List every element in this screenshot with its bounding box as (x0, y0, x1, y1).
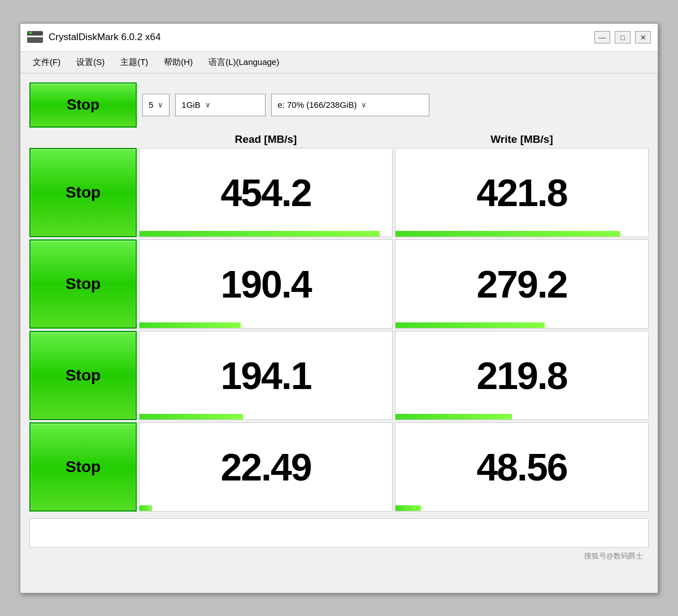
drive-dropdown[interactable]: e: 70% (166/238GiB) ∨ (271, 94, 429, 116)
bench-row-4: Stop 22.49 48.56 (29, 422, 649, 512)
write-bar-1 (395, 231, 620, 237)
write-value-2: 279.2 (476, 262, 567, 306)
app-window: CrystalDiskMark 6.0.2 x64 — □ ✕ 文件(F) 设置… (20, 23, 658, 593)
benchmark-rows: Stop 454.2 421.8 Stop (29, 148, 649, 512)
write-cell-4: 48.56 (395, 422, 649, 512)
maximize-button[interactable]: □ (615, 31, 631, 43)
read-bar-3 (140, 414, 243, 420)
runs-value: 5 (149, 100, 153, 110)
col-header-empty (29, 133, 137, 146)
read-bar-1 (140, 231, 380, 237)
menu-bar: 文件(F) 设置(S) 主题(T) 帮助(H) 语言(L)(Language) (20, 52, 658, 73)
bench-row-1: Stop 454.2 421.8 (29, 148, 649, 237)
read-cell-3: 194.1 (139, 331, 393, 420)
runs-dropdown[interactable]: 5 ∨ (142, 94, 169, 116)
bench-row-3: Stop 194.1 219.8 (29, 331, 649, 420)
drive-arrow: ∨ (361, 101, 367, 109)
window-controls: — □ ✕ (594, 31, 651, 43)
menu-language[interactable]: 语言(L)(Language) (201, 54, 287, 71)
read-cell-4: 22.49 (139, 422, 393, 512)
app-icon (27, 31, 43, 43)
column-headers: Read [MB/s] Write [MB/s] (29, 133, 649, 146)
write-cell-3: 219.8 (395, 331, 649, 420)
controls-row: Stop 5 ∨ 1GiB ∨ e: 70% (166/238GiB) ∨ (29, 82, 649, 128)
col-header-write: Write [MB/s] (395, 133, 649, 146)
status-bar (29, 518, 649, 548)
read-cell-2: 190.4 (139, 239, 393, 329)
read-value-4: 22.49 (220, 445, 311, 489)
write-cell-2: 279.2 (395, 239, 649, 329)
write-value-1: 421.8 (476, 171, 567, 215)
drive-value: e: 70% (166/238GiB) (277, 100, 357, 110)
read-value-3: 194.1 (220, 353, 311, 397)
bench-row-2: Stop 190.4 279.2 (29, 239, 649, 329)
write-value-4: 48.56 (476, 445, 567, 489)
size-arrow: ∨ (205, 101, 211, 109)
col-header-read: Read [MB/s] (139, 133, 393, 146)
write-bar-3 (395, 414, 512, 420)
menu-theme[interactable]: 主题(T) (112, 54, 156, 71)
stop-button-1[interactable]: Stop (29, 148, 137, 237)
close-button[interactable]: ✕ (635, 31, 651, 43)
stop-button-top[interactable]: Stop (29, 82, 137, 128)
read-bar-2 (140, 322, 241, 328)
menu-help[interactable]: 帮助(H) (156, 54, 201, 71)
minimize-button[interactable]: — (594, 31, 610, 43)
write-bar-2 (395, 322, 545, 328)
read-value-2: 190.4 (220, 262, 311, 306)
window-title: CrystalDiskMark 6.0.2 x64 (49, 32, 594, 43)
write-value-3: 219.8 (476, 353, 567, 397)
stop-button-4[interactable]: Stop (29, 422, 137, 512)
menu-settings[interactable]: 设置(S) (68, 54, 112, 71)
size-value: 1GiB (181, 100, 200, 110)
write-bar-4 (395, 505, 421, 511)
stop-button-2[interactable]: Stop (29, 239, 137, 329)
size-dropdown[interactable]: 1GiB ∨ (175, 94, 266, 116)
stop-button-3[interactable]: Stop (29, 331, 137, 420)
read-bar-4 (140, 505, 152, 511)
title-bar: CrystalDiskMark 6.0.2 x64 — □ ✕ (20, 24, 658, 52)
watermark: 搜狐号@数码爵士 (29, 548, 649, 562)
main-content: Stop 5 ∨ 1GiB ∨ e: 70% (166/238GiB) ∨ Re… (20, 73, 658, 571)
menu-file[interactable]: 文件(F) (25, 54, 68, 71)
read-value-1: 454.2 (220, 171, 311, 215)
runs-arrow: ∨ (158, 101, 163, 109)
write-cell-1: 421.8 (395, 148, 649, 237)
read-cell-1: 454.2 (139, 148, 393, 237)
